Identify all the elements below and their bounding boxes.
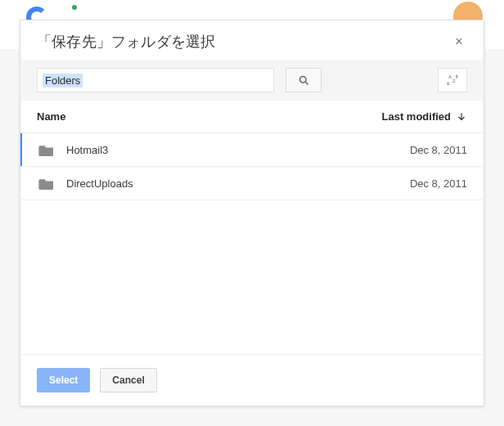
folder-picker-dialog: 「保存先」フォルダを選択 × Folders A Z Name <box>20 20 484 406</box>
dialog-header: 「保存先」フォルダを選択 × <box>20 20 484 60</box>
close-icon: × <box>455 34 462 49</box>
search-input[interactable]: Folders <box>37 68 274 92</box>
list-item[interactable]: Hotmail3 Dec 8, 2011 <box>20 133 484 166</box>
search-icon <box>298 74 310 87</box>
item-modified: Dec 8, 2011 <box>410 177 467 190</box>
search-button[interactable] <box>286 68 322 92</box>
dialog-toolbar: Folders A Z <box>20 60 484 101</box>
column-header-modified[interactable]: Last modified <box>381 110 467 123</box>
cancel-button[interactable]: Cancel <box>100 368 156 392</box>
item-name: Hotmail3 <box>66 144 410 156</box>
dialog-title: 「保存先」フォルダを選択 <box>37 32 215 52</box>
folder-icon <box>38 177 55 190</box>
google-logo-fragment-dot <box>72 5 77 10</box>
divider <box>20 200 484 200</box>
sort-az-icon: A Z <box>446 74 459 87</box>
item-modified: Dec 8, 2011 <box>410 144 467 156</box>
svg-point-0 <box>299 76 306 83</box>
column-header-name[interactable]: Name <box>37 110 381 123</box>
select-button[interactable]: Select <box>37 368 90 392</box>
close-button[interactable]: × <box>451 34 467 50</box>
arrow-down-icon <box>456 111 467 123</box>
svg-line-1 <box>305 82 308 84</box>
sort-button[interactable]: A Z <box>438 68 467 92</box>
dialog-content: Name Last modified Hotmail3 Dec 8, 2011 … <box>20 101 484 354</box>
dialog-actions: Select Cancel <box>20 354 484 406</box>
column-header-modified-label: Last modified <box>381 110 451 123</box>
column-headers: Name Last modified <box>20 101 484 132</box>
svg-text:Z: Z <box>452 78 456 83</box>
folder-icon <box>38 143 55 156</box>
svg-text:A: A <box>448 74 452 79</box>
search-input-value: Folders <box>43 74 83 87</box>
list-item[interactable]: DirectUploads Dec 8, 2011 <box>20 167 484 200</box>
item-name: DirectUploads <box>66 177 410 190</box>
